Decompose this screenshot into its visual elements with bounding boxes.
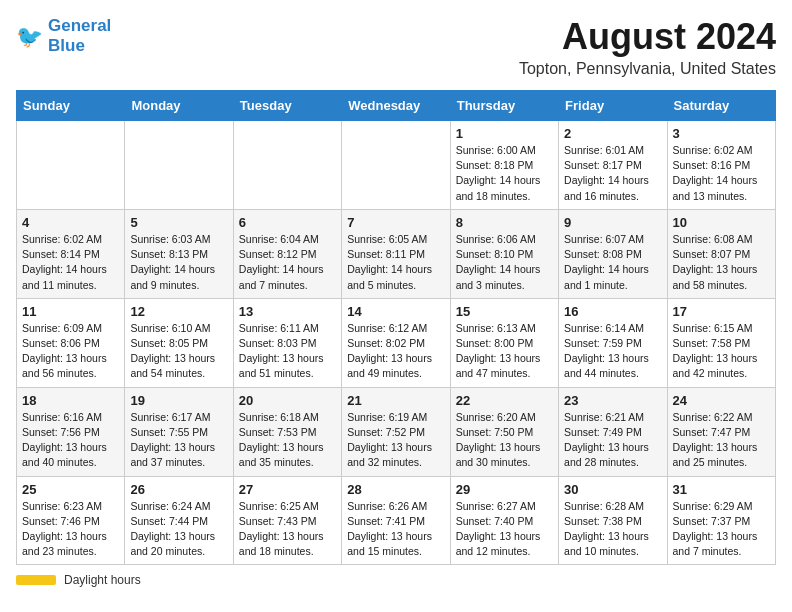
day-number: 18	[22, 393, 119, 408]
day-info: Sunrise: 6:06 AMSunset: 8:10 PMDaylight:…	[456, 232, 553, 293]
calendar-cell: 30Sunrise: 6:28 AMSunset: 7:38 PMDayligh…	[559, 476, 667, 565]
calendar-cell: 7Sunrise: 6:05 AMSunset: 8:11 PMDaylight…	[342, 209, 450, 298]
calendar-cell: 31Sunrise: 6:29 AMSunset: 7:37 PMDayligh…	[667, 476, 775, 565]
day-info: Sunrise: 6:25 AMSunset: 7:43 PMDaylight:…	[239, 499, 336, 560]
calendar-cell: 27Sunrise: 6:25 AMSunset: 7:43 PMDayligh…	[233, 476, 341, 565]
logo-icon: 🐦	[16, 22, 44, 50]
day-number: 29	[456, 482, 553, 497]
day-info: Sunrise: 6:16 AMSunset: 7:56 PMDaylight:…	[22, 410, 119, 471]
calendar-week-5: 25Sunrise: 6:23 AMSunset: 7:46 PMDayligh…	[17, 476, 776, 565]
day-info: Sunrise: 6:01 AMSunset: 8:17 PMDaylight:…	[564, 143, 661, 204]
weekday-header-monday: Monday	[125, 91, 233, 121]
day-info: Sunrise: 6:24 AMSunset: 7:44 PMDaylight:…	[130, 499, 227, 560]
calendar-cell: 15Sunrise: 6:13 AMSunset: 8:00 PMDayligh…	[450, 298, 558, 387]
daylight-bar-icon	[16, 575, 56, 585]
day-number: 2	[564, 126, 661, 141]
day-info: Sunrise: 6:20 AMSunset: 7:50 PMDaylight:…	[456, 410, 553, 471]
day-number: 20	[239, 393, 336, 408]
day-info: Sunrise: 6:22 AMSunset: 7:47 PMDaylight:…	[673, 410, 770, 471]
day-info: Sunrise: 6:13 AMSunset: 8:00 PMDaylight:…	[456, 321, 553, 382]
day-number: 28	[347, 482, 444, 497]
day-info: Sunrise: 6:15 AMSunset: 7:58 PMDaylight:…	[673, 321, 770, 382]
day-info: Sunrise: 6:21 AMSunset: 7:49 PMDaylight:…	[564, 410, 661, 471]
calendar-cell: 22Sunrise: 6:20 AMSunset: 7:50 PMDayligh…	[450, 387, 558, 476]
day-number: 1	[456, 126, 553, 141]
calendar-cell: 13Sunrise: 6:11 AMSunset: 8:03 PMDayligh…	[233, 298, 341, 387]
calendar-cell: 17Sunrise: 6:15 AMSunset: 7:58 PMDayligh…	[667, 298, 775, 387]
day-number: 23	[564, 393, 661, 408]
calendar-cell: 9Sunrise: 6:07 AMSunset: 8:08 PMDaylight…	[559, 209, 667, 298]
day-number: 9	[564, 215, 661, 230]
calendar-cell: 2Sunrise: 6:01 AMSunset: 8:17 PMDaylight…	[559, 121, 667, 210]
logo-blue: Blue	[48, 36, 111, 56]
day-info: Sunrise: 6:29 AMSunset: 7:37 PMDaylight:…	[673, 499, 770, 560]
day-info: Sunrise: 6:11 AMSunset: 8:03 PMDaylight:…	[239, 321, 336, 382]
calendar-cell: 28Sunrise: 6:26 AMSunset: 7:41 PMDayligh…	[342, 476, 450, 565]
day-number: 30	[564, 482, 661, 497]
day-info: Sunrise: 6:26 AMSunset: 7:41 PMDaylight:…	[347, 499, 444, 560]
day-info: Sunrise: 6:08 AMSunset: 8:07 PMDaylight:…	[673, 232, 770, 293]
daylight-label: Daylight hours	[64, 573, 141, 587]
day-number: 7	[347, 215, 444, 230]
day-number: 19	[130, 393, 227, 408]
day-number: 27	[239, 482, 336, 497]
day-number: 5	[130, 215, 227, 230]
day-number: 12	[130, 304, 227, 319]
day-info: Sunrise: 6:14 AMSunset: 7:59 PMDaylight:…	[564, 321, 661, 382]
page-header: 🐦 General Blue August 2024 Topton, Penns…	[16, 16, 776, 78]
weekday-header-row: SundayMondayTuesdayWednesdayThursdayFrid…	[17, 91, 776, 121]
day-number: 26	[130, 482, 227, 497]
day-info: Sunrise: 6:23 AMSunset: 7:46 PMDaylight:…	[22, 499, 119, 560]
logo-text: General	[48, 16, 111, 36]
month-title: August 2024	[519, 16, 776, 58]
weekday-header-thursday: Thursday	[450, 91, 558, 121]
weekday-header-sunday: Sunday	[17, 91, 125, 121]
day-number: 4	[22, 215, 119, 230]
day-info: Sunrise: 6:07 AMSunset: 8:08 PMDaylight:…	[564, 232, 661, 293]
day-number: 16	[564, 304, 661, 319]
weekday-header-saturday: Saturday	[667, 91, 775, 121]
day-info: Sunrise: 6:19 AMSunset: 7:52 PMDaylight:…	[347, 410, 444, 471]
calendar-cell	[17, 121, 125, 210]
calendar-cell: 26Sunrise: 6:24 AMSunset: 7:44 PMDayligh…	[125, 476, 233, 565]
calendar-cell: 12Sunrise: 6:10 AMSunset: 8:05 PMDayligh…	[125, 298, 233, 387]
day-number: 3	[673, 126, 770, 141]
calendar-cell: 18Sunrise: 6:16 AMSunset: 7:56 PMDayligh…	[17, 387, 125, 476]
calendar-cell: 21Sunrise: 6:19 AMSunset: 7:52 PMDayligh…	[342, 387, 450, 476]
day-info: Sunrise: 6:27 AMSunset: 7:40 PMDaylight:…	[456, 499, 553, 560]
day-info: Sunrise: 6:10 AMSunset: 8:05 PMDaylight:…	[130, 321, 227, 382]
calendar-week-3: 11Sunrise: 6:09 AMSunset: 8:06 PMDayligh…	[17, 298, 776, 387]
calendar-cell: 4Sunrise: 6:02 AMSunset: 8:14 PMDaylight…	[17, 209, 125, 298]
calendar-cell: 16Sunrise: 6:14 AMSunset: 7:59 PMDayligh…	[559, 298, 667, 387]
title-area: August 2024 Topton, Pennsylvania, United…	[519, 16, 776, 78]
calendar-cell: 20Sunrise: 6:18 AMSunset: 7:53 PMDayligh…	[233, 387, 341, 476]
svg-text:🐦: 🐦	[16, 22, 44, 49]
day-number: 15	[456, 304, 553, 319]
calendar-cell: 25Sunrise: 6:23 AMSunset: 7:46 PMDayligh…	[17, 476, 125, 565]
footer: Daylight hours	[16, 573, 776, 587]
calendar-week-4: 18Sunrise: 6:16 AMSunset: 7:56 PMDayligh…	[17, 387, 776, 476]
day-number: 14	[347, 304, 444, 319]
calendar-cell: 23Sunrise: 6:21 AMSunset: 7:49 PMDayligh…	[559, 387, 667, 476]
calendar-table: SundayMondayTuesdayWednesdayThursdayFrid…	[16, 90, 776, 565]
day-info: Sunrise: 6:02 AMSunset: 8:14 PMDaylight:…	[22, 232, 119, 293]
calendar-cell: 11Sunrise: 6:09 AMSunset: 8:06 PMDayligh…	[17, 298, 125, 387]
day-number: 24	[673, 393, 770, 408]
calendar-cell	[233, 121, 341, 210]
calendar-cell: 24Sunrise: 6:22 AMSunset: 7:47 PMDayligh…	[667, 387, 775, 476]
weekday-header-friday: Friday	[559, 91, 667, 121]
calendar-cell: 14Sunrise: 6:12 AMSunset: 8:02 PMDayligh…	[342, 298, 450, 387]
day-number: 11	[22, 304, 119, 319]
day-info: Sunrise: 6:00 AMSunset: 8:18 PMDaylight:…	[456, 143, 553, 204]
calendar-week-1: 1Sunrise: 6:00 AMSunset: 8:18 PMDaylight…	[17, 121, 776, 210]
calendar-cell: 8Sunrise: 6:06 AMSunset: 8:10 PMDaylight…	[450, 209, 558, 298]
day-number: 6	[239, 215, 336, 230]
day-number: 31	[673, 482, 770, 497]
day-info: Sunrise: 6:12 AMSunset: 8:02 PMDaylight:…	[347, 321, 444, 382]
weekday-header-tuesday: Tuesday	[233, 91, 341, 121]
day-info: Sunrise: 6:18 AMSunset: 7:53 PMDaylight:…	[239, 410, 336, 471]
logo-general: General	[48, 16, 111, 35]
calendar-cell	[342, 121, 450, 210]
day-info: Sunrise: 6:05 AMSunset: 8:11 PMDaylight:…	[347, 232, 444, 293]
day-info: Sunrise: 6:02 AMSunset: 8:16 PMDaylight:…	[673, 143, 770, 204]
